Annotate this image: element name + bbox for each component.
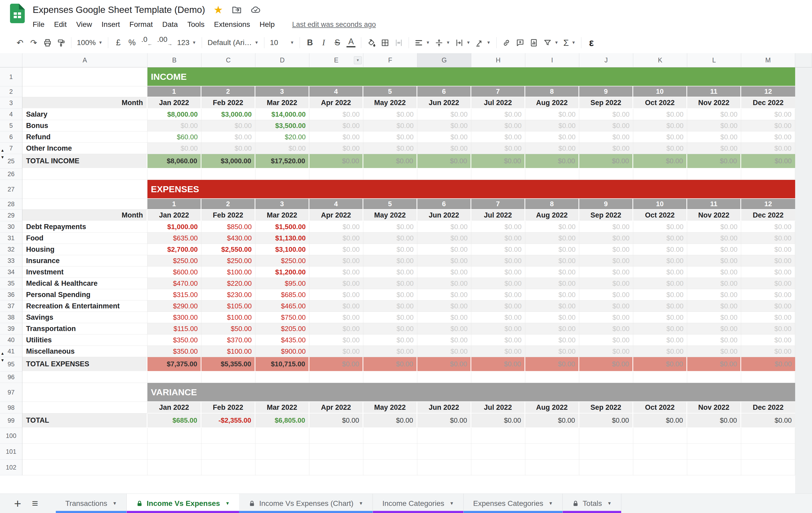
cell-M34[interactable]: $0.00 (741, 266, 795, 278)
cell-M39[interactable]: $0.00 (741, 323, 795, 335)
cell-J3[interactable]: Sep 2022 (579, 97, 633, 109)
cell-B96[interactable] (147, 372, 201, 383)
cell-F36[interactable]: $0.00 (364, 289, 417, 301)
menu-format[interactable]: Format (125, 19, 158, 30)
cell-J38[interactable]: $0.00 (579, 312, 633, 323)
cell-E98[interactable]: Apr 2022 (309, 402, 364, 414)
category-label-41[interactable]: Miscellaneous (22, 346, 147, 357)
cell-B37[interactable]: $290.00 (147, 301, 201, 312)
row-header-39[interactable]: 39 (0, 323, 22, 335)
cell-M40[interactable]: $0.00 (741, 335, 795, 346)
cell-J40[interactable]: $0.00 (579, 335, 633, 346)
cell-G2[interactable]: 6 (417, 86, 471, 97)
cell-F5[interactable]: $0.00 (364, 120, 417, 132)
cell-M99[interactable]: $0.00 (741, 414, 795, 428)
cell-F100[interactable] (364, 428, 417, 444)
cell-F31[interactable]: $0.00 (364, 232, 417, 244)
row-header-40[interactable]: 40 (0, 335, 22, 346)
category-label-7[interactable]: Other Income (22, 143, 147, 154)
cell-C96[interactable] (201, 372, 255, 383)
row-header-35[interactable]: 35 (0, 278, 22, 289)
cell-H99[interactable]: $0.00 (471, 414, 525, 428)
cell-J96[interactable] (579, 372, 633, 383)
cell-J29[interactable]: Sep 2022 (579, 210, 633, 221)
cell-C3[interactable]: Feb 2022 (201, 97, 255, 109)
cell-F34[interactable]: $0.00 (364, 266, 417, 278)
cell-I34[interactable]: $0.00 (525, 266, 579, 278)
cell-E6[interactable]: $0.00 (309, 132, 364, 143)
cell-D100[interactable] (255, 428, 309, 444)
cell-B40[interactable]: $350.00 (147, 335, 201, 346)
category-label-40[interactable]: Utilities (22, 335, 147, 346)
cell-C5[interactable]: $0.00 (201, 120, 255, 132)
cell-I99[interactable]: $0.00 (525, 414, 579, 428)
cell-I36[interactable]: $0.00 (525, 289, 579, 301)
cell-H3[interactable]: Jul 2022 (471, 97, 525, 109)
row-header-2[interactable]: 2 (0, 86, 22, 97)
cell-J98[interactable]: Sep 2022 (579, 402, 633, 414)
month-row-label-variance[interactable] (22, 402, 147, 414)
cell-K30[interactable]: $0.00 (633, 221, 687, 232)
category-label-33[interactable]: Insurance (22, 255, 147, 266)
cell-F98[interactable]: May 2022 (364, 402, 417, 414)
cell-L102[interactable] (687, 459, 741, 475)
column-header-G[interactable]: G (417, 53, 471, 67)
category-label-30[interactable]: Debt Repayments (22, 221, 147, 232)
cell-E30[interactable]: $0.00 (309, 221, 364, 232)
cell-J102[interactable] (579, 459, 633, 475)
cell-L96[interactable] (687, 372, 741, 383)
cell-L5[interactable]: $0.00 (687, 120, 741, 132)
cell-F29[interactable]: May 2022 (364, 210, 417, 221)
row-header-3[interactable]: 3 (0, 97, 22, 109)
row-header-28[interactable]: 28 (0, 199, 22, 210)
cell-B4[interactable]: $8,000.00 (147, 109, 201, 120)
total-label-variance[interactable]: TOTAL (22, 414, 147, 428)
category-label-36[interactable]: Personal Spending (22, 289, 147, 301)
cell-F40[interactable]: $0.00 (364, 335, 417, 346)
cell-M32[interactable]: $0.00 (741, 244, 795, 255)
cell-M35[interactable]: $0.00 (741, 278, 795, 289)
cell-I30[interactable]: $0.00 (525, 221, 579, 232)
cell-D40[interactable]: $435.00 (255, 335, 309, 346)
cell-J95[interactable]: $0.00 (579, 357, 633, 372)
cell-I95[interactable]: $0.00 (525, 357, 579, 372)
cell-G6[interactable]: $0.00 (417, 132, 471, 143)
horizontal-align-button[interactable]: ▼ (412, 35, 432, 50)
cell-H95[interactable]: $0.00 (471, 357, 525, 372)
cell-H37[interactable]: $0.00 (471, 301, 525, 312)
cell-L2[interactable]: 11 (687, 86, 741, 97)
cell-J31[interactable]: $0.00 (579, 232, 633, 244)
cell-F38[interactable]: $0.00 (364, 312, 417, 323)
menu-tools[interactable]: Tools (182, 19, 209, 30)
cell-G25[interactable]: $0.00 (417, 154, 471, 169)
fill-color-button[interactable] (365, 35, 378, 50)
category-label-39[interactable]: Transportation (22, 323, 147, 335)
menu-view[interactable]: View (71, 19, 97, 30)
cell-D26[interactable] (255, 169, 309, 180)
cell-B25[interactable]: $8,060.00 (147, 154, 201, 169)
month-row-label-expenses[interactable]: Month (22, 210, 147, 221)
cell-L26[interactable] (687, 169, 741, 180)
cell-D25[interactable]: $17,520.00 (255, 154, 309, 169)
cell-J39[interactable]: $0.00 (579, 323, 633, 335)
merge-cells-button[interactable] (392, 35, 405, 50)
cell-L39[interactable]: $0.00 (687, 323, 741, 335)
cell-J37[interactable]: $0.00 (579, 301, 633, 312)
menu-data[interactable]: Data (157, 19, 182, 30)
cell-C30[interactable]: $850.00 (201, 221, 255, 232)
row-header-101[interactable]: 101 (0, 444, 22, 459)
cell-H34[interactable]: $0.00 (471, 266, 525, 278)
cell-E39[interactable]: $0.00 (309, 323, 364, 335)
cell-L4[interactable]: $0.00 (687, 109, 741, 120)
cell-C31[interactable]: $430.00 (201, 232, 255, 244)
cell-H26[interactable] (471, 169, 525, 180)
row-group-collapse-icon[interactable]: ▲ (1, 351, 4, 355)
undo-button[interactable]: ↶ (13, 35, 27, 50)
cell-K33[interactable]: $0.00 (633, 255, 687, 266)
cell-B30[interactable]: $1,000.00 (147, 221, 201, 232)
cell-C35[interactable]: $220.00 (201, 278, 255, 289)
functions-button[interactable]: Σ▼ (561, 35, 578, 50)
cell-H5[interactable]: $0.00 (471, 120, 525, 132)
cell-J41[interactable]: $0.00 (579, 346, 633, 357)
cell-B100[interactable] (147, 428, 201, 444)
